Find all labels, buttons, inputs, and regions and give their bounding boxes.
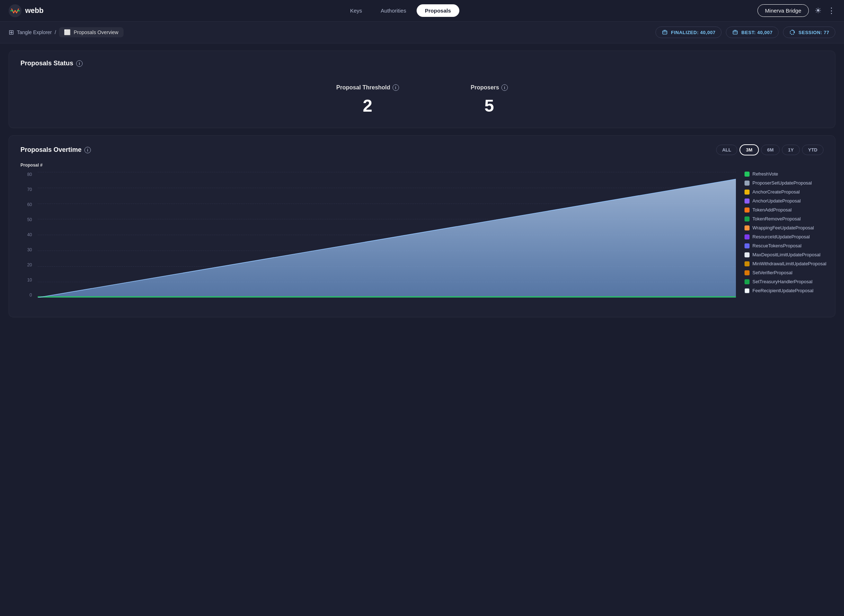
legend-dot-maxdeposit xyxy=(744,252,750,257)
proposals-overview-icon: ⬜ xyxy=(64,29,71,35)
theme-toggle-button[interactable]: ☀ xyxy=(815,6,822,15)
legend-item-wrappingfee: WrappingFeeUpdateProposal xyxy=(744,225,823,230)
legend-item-setverifier: SetVerifierProposal xyxy=(744,270,823,275)
proposers-metric: Proposers i 5 xyxy=(471,84,508,116)
proposals-status-card: Proposals Status i Proposal Threshold i … xyxy=(9,51,835,128)
main-nav: Keys Authorities Proposals xyxy=(342,4,459,17)
nav-tab-keys[interactable]: Keys xyxy=(342,4,370,17)
legend-dot-resourceid xyxy=(744,235,750,239)
legend-dot-anchorupdate xyxy=(744,198,750,204)
legend-dot-rescuetokens xyxy=(744,243,750,248)
legend-dot-proposersetupdate xyxy=(744,180,750,186)
legend-item-anchorcreate: AnchorCreateProposal xyxy=(744,189,823,195)
proposers-label: Proposers i xyxy=(471,84,508,91)
breadcrumb-bar: ⊞ Tangle Explorer / ⬜ Proposals Overview… xyxy=(0,22,844,43)
threshold-label: Proposal Threshold i xyxy=(336,84,399,91)
legend-dot-refreshvote xyxy=(744,172,750,177)
legend-dot-setverifier xyxy=(744,270,750,275)
legend-label-resourceid: ResourceIdUpdateProposal xyxy=(752,234,810,239)
finalized-badge: FINALIZED: 40,007 xyxy=(655,26,722,38)
y-tick-20: 20 xyxy=(27,263,32,267)
legend-label-feerecipient: FeeRecipientUpdateProposal xyxy=(752,288,813,293)
nav-tab-proposals[interactable]: Proposals xyxy=(417,4,459,17)
filter-all[interactable]: ALL xyxy=(716,145,737,155)
y-tick-10: 10 xyxy=(27,277,32,283)
y-tick-70: 70 xyxy=(27,187,32,192)
svg-rect-1 xyxy=(663,31,667,34)
legend-item-settreasury: SetTreasuryHandlerProposal xyxy=(744,279,823,284)
app-header: webb Keys Authorities Proposals Minerva … xyxy=(0,0,844,22)
chart-svg xyxy=(38,172,736,298)
legend-label-rescuetokens: RescueTokensProposal xyxy=(752,243,801,248)
filter-3m[interactable]: 3M xyxy=(740,144,759,155)
legend-label-maxdeposit: MaxDepositLimitUpdateProposal xyxy=(752,252,820,257)
chart-legend: RefreshVote ProposerSetUpdateProposal An… xyxy=(744,163,823,308)
y-tick-40: 40 xyxy=(27,232,32,237)
legend-item-tokenadd: TokenAddProposal xyxy=(744,207,823,213)
y-axis: 80 70 60 50 40 30 20 10 0 xyxy=(21,172,35,298)
legend-dot-wrappingfee xyxy=(744,226,750,230)
session-spin-icon xyxy=(789,29,796,35)
proposals-status-title: Proposals Status i xyxy=(21,60,823,67)
y-tick-80: 80 xyxy=(27,172,32,177)
filter-1y[interactable]: 1Y xyxy=(782,145,800,155)
more-icon: ⋮ xyxy=(828,6,835,15)
chart-left: Proposal # 80 70 60 50 40 30 20 10 0 xyxy=(21,163,736,308)
sun-icon: ☀ xyxy=(815,6,822,15)
proposers-value: 5 xyxy=(471,96,508,116)
legend-item-maxdeposit: MaxDepositLimitUpdateProposal xyxy=(744,252,823,257)
status-badges: FINALIZED: 40,007 BEST: 40,007 SESSION xyxy=(655,26,835,38)
y-tick-50: 50 xyxy=(27,217,32,222)
legend-label-proposersetupdate: ProposerSetUpdateProposal xyxy=(752,180,812,186)
logo-area: webb xyxy=(9,4,44,17)
svg-rect-2 xyxy=(733,31,737,34)
bridge-button[interactable]: Minerva Bridge xyxy=(757,4,809,17)
y-tick-30: 30 xyxy=(27,247,32,252)
filter-ytd[interactable]: YTD xyxy=(802,145,823,155)
y-tick-0: 0 xyxy=(29,293,32,298)
legend-label-anchorcreate: AnchorCreateProposal xyxy=(752,189,800,195)
legend-item-feerecipient: FeeRecipientUpdateProposal xyxy=(744,288,823,293)
legend-item-minwithdrawal: MinWithdrawalLimitUpdateProposal xyxy=(744,261,823,266)
threshold-info-icon[interactable]: i xyxy=(393,84,399,91)
legend-dot-minwithdrawal xyxy=(744,261,750,266)
chart-plot xyxy=(38,172,736,298)
proposals-status-label: Proposals Status xyxy=(21,60,73,67)
threshold-value: 2 xyxy=(336,96,399,116)
logo-text: webb xyxy=(25,6,44,15)
nav-tab-authorities[interactable]: Authorities xyxy=(373,4,414,17)
legend-item-proposersetupdate: ProposerSetUpdateProposal xyxy=(744,180,823,186)
overtime-title: Proposals Overtime i xyxy=(21,146,91,154)
legend-label-settreasury: SetTreasuryHandlerProposal xyxy=(752,279,812,284)
legend-item-rescuetokens: RescueTokensProposal xyxy=(744,243,823,248)
best-label: BEST: 40,007 xyxy=(741,30,772,35)
legend-label-wrappingfee: WrappingFeeUpdateProposal xyxy=(752,225,814,230)
breadcrumb-home[interactable]: Tangle Explorer xyxy=(17,29,52,35)
status-metrics: Proposal Threshold i 2 Proposers i 5 xyxy=(21,77,823,119)
y-axis-label: Proposal # xyxy=(21,163,736,168)
legend-label-tokenremove: TokenRemoveProposal xyxy=(752,216,800,221)
session-badge: SESSION: 77 xyxy=(783,26,835,38)
session-label: SESSION: 77 xyxy=(798,30,829,35)
overtime-title-label: Proposals Overtime xyxy=(21,146,82,154)
legend-item-anchorupdate: AnchorUpdateProposal xyxy=(744,198,823,204)
overtime-info-icon[interactable]: i xyxy=(84,147,91,153)
legend-dot-tokenadd xyxy=(744,207,750,213)
proposals-overtime-card: Proposals Overtime i ALL 3M 6M 1Y YTD Pr… xyxy=(9,135,835,317)
legend-dot-settreasury xyxy=(744,279,750,284)
menu-button[interactable]: ⋮ xyxy=(828,6,835,15)
finalized-label: FINALIZED: 40,007 xyxy=(671,30,715,35)
main-content: Proposals Status i Proposal Threshold i … xyxy=(0,43,844,324)
best-badge: BEST: 40,007 xyxy=(726,26,779,38)
time-filters: ALL 3M 6M 1Y YTD xyxy=(716,144,823,155)
current-page-label: Proposals Overview xyxy=(73,29,119,35)
header-right: Minerva Bridge ☀ ⋮ xyxy=(757,4,835,17)
legend-label-setverifier: SetVerifierProposal xyxy=(752,270,792,275)
legend-label-minwithdrawal: MinWithdrawalLimitUpdateProposal xyxy=(752,261,826,266)
grid-icon: ⊞ xyxy=(9,28,14,36)
legend-dot-feerecipient xyxy=(744,288,750,293)
filter-6m[interactable]: 6M xyxy=(761,145,780,155)
legend-item-resourceid: ResourceIdUpdateProposal xyxy=(744,234,823,239)
proposers-info-icon[interactable]: i xyxy=(501,84,508,91)
proposals-status-info-icon[interactable]: i xyxy=(76,60,82,67)
